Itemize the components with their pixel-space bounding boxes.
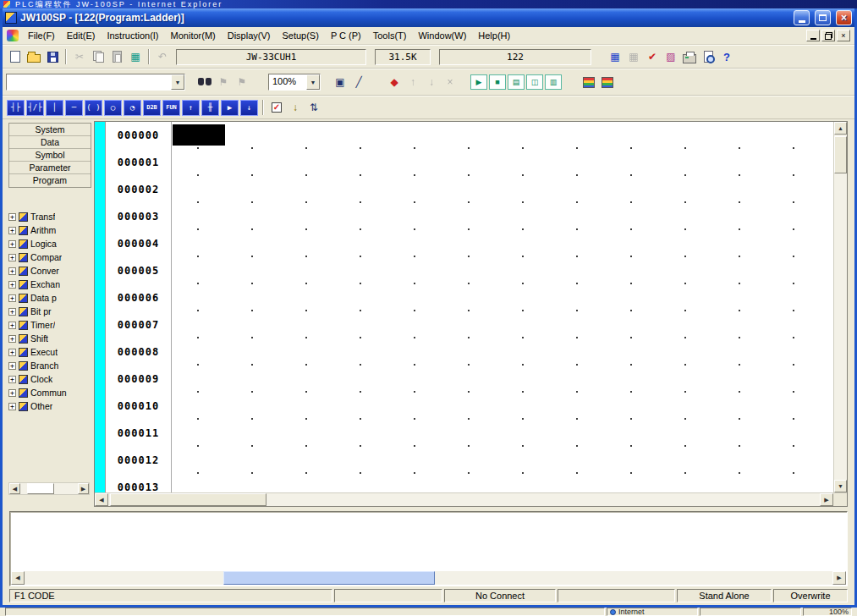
- monitor-data-button[interactable]: ▤: [508, 74, 525, 90]
- tree-item-bit-pr[interactable]: +Bit pr: [8, 305, 91, 318]
- scrollbar-thumb[interactable]: [834, 136, 847, 173]
- set-coil-button[interactable]: ○: [104, 100, 122, 116]
- ladder-monitor-button[interactable]: [580, 74, 598, 91]
- menu-tools-t[interactable]: Tools(T): [367, 29, 413, 42]
- print-preview-button[interactable]: [699, 48, 717, 65]
- scale-edit-button[interactable]: ╱: [349, 74, 368, 91]
- program-verify-button[interactable]: ▨: [662, 48, 680, 65]
- scroll-right-icon[interactable]: ▶: [78, 483, 89, 494]
- scroll-left-icon[interactable]: ◀: [9, 483, 20, 494]
- menu-window-w[interactable]: Window(W): [412, 29, 472, 42]
- scroll-right-icon[interactable]: ▶: [832, 571, 846, 585]
- sidebar-tab-data[interactable]: Data: [9, 136, 91, 149]
- tree-item-clock[interactable]: +Clock: [8, 372, 91, 386]
- mdi-close-button[interactable]: ×: [837, 30, 850, 41]
- tree-item-logica[interactable]: +Logica: [8, 237, 91, 250]
- tree-item-timer[interactable]: +Timer/: [8, 318, 91, 332]
- close-button[interactable]: ×: [836, 10, 852, 25]
- ladder-canvas[interactable]: [172, 122, 833, 492]
- tree-item-data-p[interactable]: +Data p: [8, 291, 91, 305]
- expand-icon[interactable]: +: [8, 322, 16, 329]
- expand-icon[interactable]: +: [8, 349, 16, 356]
- device-search-combo[interactable]: ▼: [6, 74, 185, 91]
- menu-p-c-p[interactable]: P C (P): [325, 29, 367, 42]
- zoom-combo[interactable]: 100% ▼: [268, 74, 321, 91]
- chevron-down-icon[interactable]: ▼: [306, 74, 320, 90]
- tree-item-compar[interactable]: +Compar: [8, 250, 91, 264]
- menu-file-f[interactable]: File(F): [22, 29, 61, 42]
- mdi-minimize-button[interactable]: [806, 30, 820, 41]
- scroll-down-icon[interactable]: ▼: [834, 480, 847, 492]
- find-button[interactable]: [195, 74, 214, 91]
- tree-item-branch[interactable]: +Branch: [8, 359, 91, 372]
- expand-icon[interactable]: +: [8, 308, 16, 316]
- scroll-up-icon[interactable]: ▲: [834, 122, 847, 135]
- menu-display-v[interactable]: Display(V): [222, 29, 277, 42]
- timer-button[interactable]: ◔: [124, 100, 141, 116]
- expand-icon[interactable]: +: [8, 389, 16, 397]
- network-edit-button[interactable]: ▦: [126, 48, 145, 65]
- chevron-down-icon[interactable]: ▼: [171, 74, 184, 90]
- tree-item-other[interactable]: +Other: [8, 399, 91, 413]
- fit-window-button[interactable]: ▣: [331, 74, 349, 91]
- tree-item-arithm[interactable]: +Arithm: [8, 223, 91, 237]
- sidebar-tab-system[interactable]: System: [9, 124, 91, 136]
- expand-icon[interactable]: +: [8, 376, 16, 383]
- expand-icon[interactable]: +: [8, 227, 16, 234]
- sidebar-tab-parameter[interactable]: Parameter: [9, 162, 91, 174]
- minimize-button[interactable]: [794, 10, 810, 25]
- expand-icon[interactable]: +: [8, 335, 16, 343]
- tree-item-conver[interactable]: +Conver: [8, 264, 91, 278]
- fun-button[interactable]: FUN: [162, 100, 180, 116]
- mdi-restore-button[interactable]: [821, 30, 835, 41]
- help-button[interactable]: ?: [717, 48, 736, 65]
- horizontal-line-button[interactable]: ─: [65, 100, 83, 116]
- contact-b-button[interactable]: ┤/├: [26, 100, 44, 116]
- monitor-run-button[interactable]: ▶: [470, 74, 487, 90]
- scrollbar-track[interactable]: [834, 135, 847, 480]
- expand-icon[interactable]: +: [8, 240, 16, 248]
- new-file-button[interactable]: [6, 48, 25, 65]
- tree-horizontal-scrollbar[interactable]: ◀ ▶: [8, 482, 90, 495]
- save-file-button[interactable]: [43, 48, 62, 65]
- expand-icon[interactable]: +: [8, 267, 16, 275]
- maximize-button[interactable]: [815, 10, 831, 25]
- scrollbar-thumb[interactable]: [110, 493, 266, 506]
- monitor-stop-button[interactable]: ■: [489, 74, 506, 90]
- open-file-button[interactable]: [25, 48, 43, 65]
- scrollbar-track[interactable]: [20, 483, 78, 494]
- expand-icon[interactable]: +: [8, 281, 16, 289]
- scrollbar-thumb[interactable]: [27, 483, 54, 494]
- syntax-check-button[interactable]: ✔: [643, 48, 662, 65]
- expand-icon[interactable]: +: [8, 362, 16, 370]
- scroll-left-icon[interactable]: ◀: [95, 493, 108, 506]
- out-coil-button[interactable]: ( ): [85, 100, 102, 116]
- tree-item-commun[interactable]: +Commun: [8, 386, 91, 399]
- expand-icon[interactable]: +: [8, 213, 16, 221]
- sidebar-tab-program[interactable]: Program: [9, 174, 91, 187]
- sidebar-tab-symbol[interactable]: Symbol: [9, 149, 91, 162]
- menu-monitor-m[interactable]: Monitor(M): [165, 29, 222, 42]
- scroll-right-icon[interactable]: ▶: [820, 493, 833, 506]
- block-right-button[interactable]: ▶: [221, 100, 239, 116]
- tree-item-execut[interactable]: +Execut: [8, 345, 91, 359]
- tree-item-exchan[interactable]: +Exchan: [8, 278, 91, 291]
- expand-icon[interactable]: +: [8, 254, 16, 261]
- monitor-register-button[interactable]: ◫: [526, 74, 543, 90]
- d2b-button[interactable]: D2B: [143, 100, 161, 116]
- tree-item-transf[interactable]: +Transf: [8, 210, 91, 223]
- tree-item-shift[interactable]: +Shift: [8, 332, 91, 345]
- conversion-check-button[interactable]: ✓: [267, 99, 286, 116]
- menu-help-h[interactable]: Help(H): [472, 29, 516, 42]
- block-down-button[interactable]: ↓: [240, 100, 258, 116]
- scrollbar-track[interactable]: [25, 571, 832, 585]
- menu-instruction-i[interactable]: Instruction(I): [101, 29, 164, 42]
- vertical-scrollbar[interactable]: ▲ ▼: [833, 122, 847, 492]
- titlebar[interactable]: JW100SP - [122(Program:Ladder)] ×: [3, 8, 854, 27]
- sort-button[interactable]: ⇅: [305, 99, 323, 116]
- menu-setup-s[interactable]: Setup(S): [276, 29, 324, 42]
- scrollbar-track[interactable]: [108, 493, 820, 506]
- rising-edge-button[interactable]: ↑: [182, 100, 200, 116]
- print-button[interactable]: [680, 48, 699, 65]
- network-insert-button[interactable]: ▦: [606, 48, 624, 65]
